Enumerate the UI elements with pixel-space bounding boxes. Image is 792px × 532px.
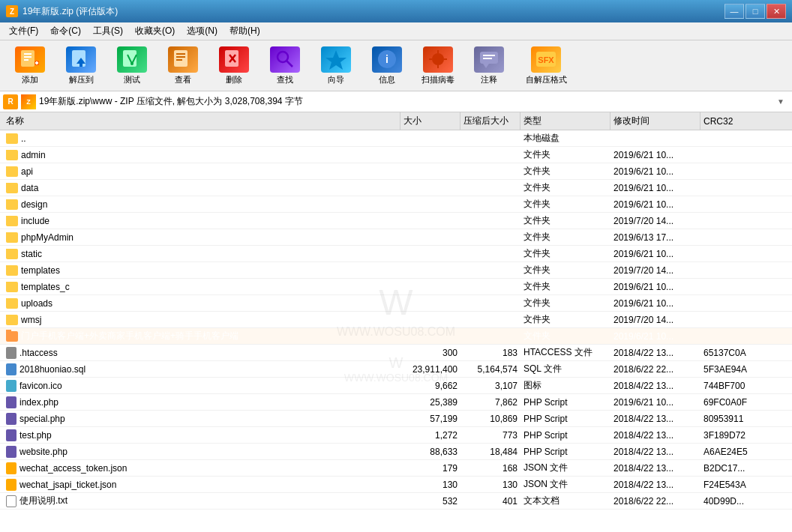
table-row[interactable]: special.php 57,199 10,869 PHP Script 201… — [0, 411, 792, 427]
table-row[interactable]: include 文件夹 2019/7/20 14... — [0, 213, 792, 229]
table-row[interactable]: templates_c 文件夹 2019/6/21 10... — [0, 279, 792, 295]
wizard-button[interactable]: 向导 — [312, 44, 360, 88]
svg-rect-9 — [80, 64, 82, 67]
column-compressed[interactable]: 压缩后大小 — [460, 112, 520, 130]
close-button[interactable]: ✕ — [766, 4, 786, 19]
file-type: 文件夹 — [520, 297, 610, 309]
file-name: .htaccess — [3, 347, 400, 359]
file-size: 179 — [400, 463, 460, 474]
file-modified: 2018/6/22 22... — [610, 496, 700, 507]
file-modified: 2019/6/21 10... — [610, 298, 700, 309]
table-row[interactable]: 使用说明.txt 532 401 文本文档 2018/6/22 22... 40… — [0, 493, 792, 510]
sql-icon — [6, 363, 16, 375]
menu-help[interactable]: 帮助(H) — [224, 23, 266, 39]
file-type: SQL 文件 — [520, 363, 610, 375]
svg-text:i: i — [386, 53, 388, 65]
maximize-button[interactable]: □ — [746, 4, 765, 19]
menu-file[interactable]: 文件(F) — [3, 23, 44, 39]
file-name: static — [3, 249, 400, 259]
table-row[interactable]: admin 文件夹 2019/6/21 10... — [0, 147, 792, 163]
menu-tools[interactable]: 工具(S) — [87, 23, 129, 39]
file-name: .. — [3, 133, 400, 144]
sfx-button[interactable]: SFX 自解压格式 — [516, 44, 576, 88]
view-icon — [168, 46, 198, 73]
table-row[interactable]: api 文件夹 2019/6/21 10... — [0, 163, 792, 180]
table-row[interactable]: .htaccess 300 183 HTACCESS 文件 2018/4/22 … — [0, 345, 792, 361]
comment-button[interactable]: 注释 — [465, 44, 513, 88]
file-type: 文件夹 — [520, 148, 610, 161]
table-row[interactable]: 2018huoniao.sql 23,911,400 5,164,574 SQL… — [0, 361, 792, 378]
file-crc32: B2DC17... — [700, 463, 776, 474]
table-row[interactable]: design 文件夹 2019/6/21 10... — [0, 196, 792, 213]
table-row[interactable]: 门户手机客户端+外卖商家手机客户端+骑手手机客户端 文件夹 2019/6/21 … — [0, 328, 792, 345]
folder-icon — [6, 265, 18, 276]
path-dropdown-arrow[interactable]: ▼ — [777, 97, 789, 106]
table-row[interactable]: wechat_access_token.json 179 168 JSON 文件… — [0, 460, 792, 477]
delete-button[interactable]: 删除 — [210, 44, 258, 88]
column-crc32[interactable]: CRC32 — [700, 112, 776, 130]
add-button[interactable]: 添加 — [6, 44, 54, 88]
file-modified: 2019/7/20 14... — [610, 265, 700, 276]
table-row[interactable]: favicon.ico 9,662 3,107 图标 2018/4/22 13.… — [0, 378, 792, 394]
file-name: data — [3, 183, 400, 193]
file-modified: 2019/6/21 10... — [610, 166, 700, 177]
svg-rect-6 — [35, 62, 38, 64]
column-type[interactable]: 类型 — [520, 112, 610, 130]
table-row[interactable]: test.php 1,272 773 PHP Script 2018/4/22 … — [0, 427, 792, 444]
svg-text:SFX: SFX — [538, 55, 554, 64]
svg-rect-12 — [174, 50, 188, 67]
file-rows: .. 本地磁盘 admin 文件夹 2019/6/21 10... api 文件… — [0, 130, 792, 510]
path-bar: R Z 19年新版.zip\www - ZIP 压缩文件, 解包大小为 3,02… — [0, 91, 792, 112]
table-row[interactable]: data 文件夹 2019/6/21 10... — [0, 180, 792, 196]
table-row[interactable]: wmsj 文件夹 2019/7/20 14... — [0, 312, 792, 328]
file-type: JSON 文件 — [520, 478, 610, 491]
file-type: 文本文档 — [520, 495, 610, 507]
minimize-button[interactable]: — — [724, 4, 744, 19]
file-type: HTACCESS 文件 — [520, 346, 610, 359]
info-button[interactable]: i 信息 — [363, 44, 411, 88]
file-list-container: 名称 大小 压缩后大小 类型 修改时间 CRC32 .. 本地磁盘 admin … — [0, 112, 792, 532]
table-row[interactable]: phpMyAdmin 文件夹 2019/6/13 17... — [0, 229, 792, 246]
menu-favorites[interactable]: 收藏夹(O) — [129, 23, 181, 39]
file-size: 300 — [400, 348, 460, 358]
php-icon — [6, 429, 16, 441]
table-row[interactable]: .. 本地磁盘 — [0, 130, 792, 147]
menu-command[interactable]: 命令(C) — [44, 23, 87, 39]
menu-options[interactable]: 选项(N) — [181, 23, 224, 39]
virus-button[interactable]: 扫描病毒 — [414, 44, 462, 88]
htaccess-icon — [6, 347, 16, 359]
table-row[interactable]: wechat_jsapi_ticket.json 130 130 JSON 文件… — [0, 477, 792, 493]
view-button[interactable]: 查看 — [159, 44, 207, 88]
find-button[interactable]: 查找 — [261, 44, 309, 88]
file-compressed: 168 — [460, 463, 520, 474]
file-name: api — [3, 166, 400, 177]
file-modified: 2019/6/21 10... — [610, 249, 700, 259]
column-name[interactable]: 名称 — [3, 112, 400, 130]
svg-rect-1 — [24, 53, 32, 55]
file-type: PHP Script — [520, 430, 610, 441]
extract-label: 解压到 — [69, 74, 94, 85]
file-compressed: 7,862 — [460, 397, 520, 408]
table-row[interactable]: templates 文件夹 2019/7/20 14... — [0, 262, 792, 279]
app-icon: Z — [6, 5, 18, 17]
test-button[interactable]: 测试 — [108, 44, 156, 88]
table-row[interactable]: uploads 文件夹 2019/6/21 10... — [0, 295, 792, 312]
column-size[interactable]: 大小 — [400, 112, 460, 130]
folder-up-icon — [6, 133, 18, 144]
svg-rect-0 — [21, 50, 34, 67]
table-row[interactable]: index.php 25,389 7,862 PHP Script 2019/6… — [0, 394, 792, 411]
add-label: 添加 — [22, 74, 38, 85]
file-name: wechat_jsapi_ticket.json — [3, 479, 400, 491]
file-name: 2018huoniao.sql — [3, 363, 400, 375]
folder-icon — [6, 298, 18, 309]
file-type: 图标 — [520, 379, 610, 392]
file-name: special.php — [3, 413, 400, 425]
file-compressed: 18,484 — [460, 447, 520, 457]
column-modified[interactable]: 修改时间 — [610, 112, 700, 130]
extract-button[interactable]: 解压到 — [57, 44, 105, 88]
table-row[interactable]: static 文件夹 2019/6/21 10... — [0, 246, 792, 262]
table-row[interactable]: website.php 88,633 18,484 PHP Script 201… — [0, 444, 792, 460]
svg-line-20 — [286, 61, 292, 67]
file-size: 532 — [400, 496, 460, 507]
file-compressed: 130 — [460, 480, 520, 490]
